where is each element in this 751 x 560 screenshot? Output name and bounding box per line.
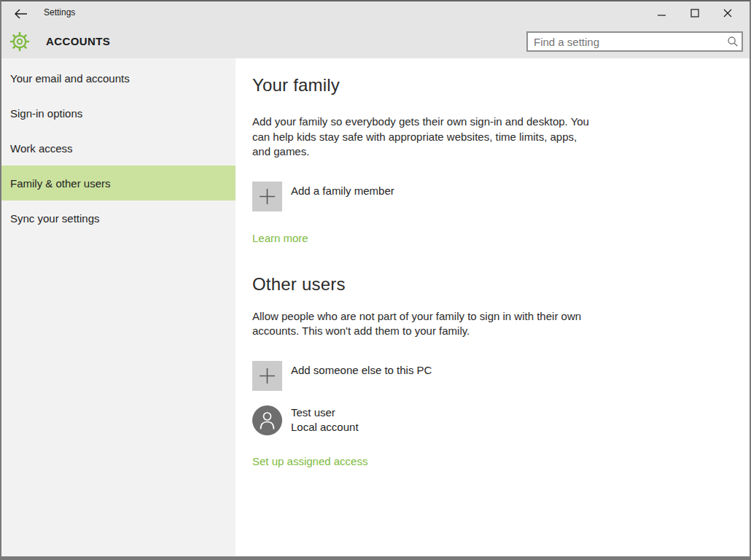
other-users-description: Allow people who are not part of your fa… (252, 309, 589, 339)
sidebar: Your email and accounts Sign-in options … (1, 58, 236, 556)
maximize-button[interactable] (678, 1, 711, 25)
add-someone-else-button[interactable]: Add someone else to this PC (252, 361, 750, 391)
settings-window: Settings (0, 0, 751, 560)
search-box (526, 31, 743, 52)
window-title: Settings (44, 7, 75, 18)
user-name: Test user (291, 405, 359, 420)
user-avatar-icon (252, 405, 282, 435)
plus-icon (252, 361, 282, 391)
header: Settings (1, 1, 750, 58)
window-controls (645, 1, 744, 25)
minimize-button[interactable] (645, 1, 678, 25)
sidebar-item-work-access[interactable]: Work access (1, 131, 236, 166)
add-family-member-label: Add a family member (291, 184, 394, 197)
add-family-member-button[interactable]: Add a family member (252, 182, 750, 211)
learn-more-link[interactable]: Learn more (252, 232, 308, 244)
user-tile-test-user[interactable]: Test user Local account (252, 405, 750, 435)
user-info: Test user Local account (291, 405, 359, 435)
search-input[interactable] (528, 33, 724, 50)
page-title: ACCOUNTS (46, 35, 110, 47)
your-family-description: Add your family so everybody gets their … (252, 114, 589, 160)
your-family-heading: Your family (252, 75, 750, 96)
close-button[interactable] (711, 1, 744, 25)
maximize-icon (690, 9, 699, 18)
main-content: Your family Add your family so everybody… (236, 58, 750, 556)
minimize-icon (658, 9, 666, 18)
sidebar-item-sync-settings[interactable]: Sync your settings (1, 201, 236, 236)
plus-icon (252, 182, 282, 211)
other-users-heading: Other users (252, 274, 750, 295)
add-someone-else-label: Add someone else to this PC (291, 364, 432, 376)
sidebar-item-email-accounts[interactable]: Your email and accounts (1, 61, 236, 96)
set-up-assigned-access-link[interactable]: Set up assigned access (252, 455, 367, 467)
sidebar-item-sign-in-options[interactable]: Sign-in options (1, 96, 236, 131)
back-button[interactable] (10, 4, 31, 23)
close-icon (723, 9, 732, 18)
user-account-type: Local account (291, 420, 359, 435)
sidebar-item-family-other-users[interactable]: Family & other users (1, 166, 236, 201)
back-arrow-icon (14, 8, 28, 20)
search-icon[interactable] (724, 36, 742, 47)
gear-icon (9, 31, 30, 52)
